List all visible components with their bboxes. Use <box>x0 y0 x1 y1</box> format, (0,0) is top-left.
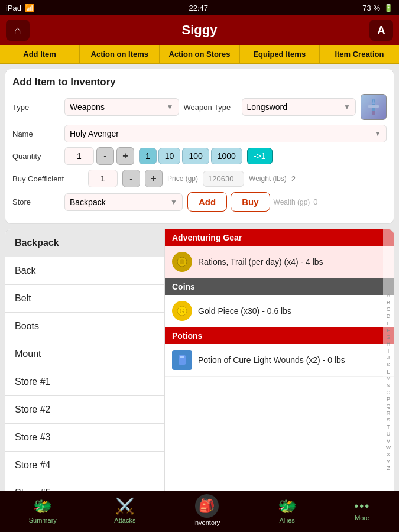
store-2[interactable]: Store #2 <box>5 396 164 424</box>
tab-add-item[interactable]: Add Item <box>0 45 80 63</box>
category-potions: Potions <box>165 327 394 344</box>
nav-more[interactable]: ••• More <box>354 499 370 521</box>
app-title: Siggy <box>182 22 218 38</box>
alpha-E[interactable]: E <box>387 320 390 327</box>
tab-action-items[interactable]: Action on Items <box>80 45 160 63</box>
alpha-O[interactable]: O <box>386 390 390 397</box>
preset-1000[interactable]: 1000 <box>211 148 242 164</box>
quantity-minus-button[interactable]: - <box>96 147 114 165</box>
home-button[interactable]: ⌂ <box>6 20 30 41</box>
quantity-input[interactable] <box>64 147 94 165</box>
allies-icon: 🐲 <box>278 497 297 515</box>
alphabet-sidebar: A B C D E F G H I J K L M N O P Q R S T <box>383 229 394 532</box>
quantity-plus-button[interactable]: + <box>116 147 134 165</box>
preset-100[interactable]: 100 <box>182 148 209 164</box>
alpha-M[interactable]: M <box>386 375 391 382</box>
preset-1[interactable]: 1 <box>139 148 157 164</box>
category-coins: Coins <box>165 278 394 295</box>
form-title: Add Item to Inventory <box>12 76 387 88</box>
item-gold[interactable]: G Gold Piece (x30) - 0.6 lbs <box>165 295 394 327</box>
store-backpack[interactable]: Backpack <box>5 229 164 257</box>
type-dropdown-arrow: ▼ <box>167 103 174 111</box>
buy-button[interactable]: Buy <box>231 192 270 212</box>
item-rations[interactable]: Rations, Trail (per day) (x4) - 4 lbs <box>165 246 394 278</box>
alpha-R[interactable]: R <box>387 410 391 417</box>
type-row: Type Weapons ▼ Weapon Type Longsword ▼ <box>12 94 387 120</box>
category-adventuring-gear: Adventuring Gear <box>165 229 394 246</box>
inventory-label: Inventory <box>193 519 220 526</box>
type-label: Type <box>12 103 60 112</box>
store-back[interactable]: Back <box>5 257 164 285</box>
alpha-D[interactable]: D <box>387 313 391 320</box>
store-list: Backpack Back Belt Boots Mount Store #1 … <box>5 229 165 532</box>
item-potion[interactable]: Potion of Cure Light Wounds (x2) - 0 lbs <box>165 344 394 377</box>
alpha-W[interactable]: W <box>386 445 391 452</box>
alpha-N[interactable]: N <box>387 382 391 390</box>
name-row: Name Holy Avenger ▼ <box>12 125 387 142</box>
alpha-V[interactable]: V <box>387 438 390 445</box>
buy-coeff-label: Buy Coefficient <box>12 174 83 183</box>
attacks-label: Attacks <box>114 517 135 524</box>
store-belt[interactable]: Belt <box>5 285 164 313</box>
store-mount[interactable]: Mount <box>5 340 164 368</box>
alpha-I[interactable]: I <box>388 348 390 355</box>
nav-inventory[interactable]: 🎒 Inventory <box>193 494 220 526</box>
alpha-F[interactable]: F <box>387 327 390 335</box>
name-field[interactable]: Holy Avenger ▼ <box>64 125 387 142</box>
alpha-U[interactable]: U <box>387 431 391 438</box>
alpha-T[interactable]: T <box>387 424 390 431</box>
alpha-H[interactable]: H <box>387 341 391 348</box>
name-value: Holy Avenger <box>70 129 119 138</box>
nav-attacks[interactable]: ⚔️ Attacks <box>114 497 135 524</box>
alpha-J[interactable]: J <box>387 355 390 362</box>
attacks-icon: ⚔️ <box>115 497 134 515</box>
buy-coeff-input[interactable] <box>88 170 118 187</box>
action-buttons: Add Buy Wealth (gp) 0 <box>187 192 318 212</box>
home-icon: ⌂ <box>14 24 21 37</box>
store-select[interactable]: Backpack ▼ <box>64 193 183 211</box>
add-item-form: Add Item to Inventory Type Weapons ▼ Wea… <box>5 69 394 224</box>
device-label: iPad <box>6 4 21 12</box>
nav-summary[interactable]: 🐲 Summary <box>29 497 57 524</box>
wealth-label: Wealth (gp) <box>274 198 310 206</box>
store-dropdown-arrow: ▼ <box>170 198 177 206</box>
alpha-X[interactable]: X <box>387 452 390 459</box>
rations-icon <box>172 252 192 272</box>
preset-10[interactable]: 10 <box>158 148 181 164</box>
weight-value: 2 <box>291 174 296 183</box>
buy-coeff-plus[interactable]: + <box>145 170 163 187</box>
alpha-C[interactable]: C <box>387 306 391 313</box>
alpha-A[interactable]: A <box>387 293 390 300</box>
store-label: Store <box>12 197 60 206</box>
add-button[interactable]: Add <box>187 192 227 212</box>
wealth-value: 0 <box>313 197 317 206</box>
weapon-type-select[interactable]: Longsword ▼ <box>242 98 356 116</box>
summary-label: Summary <box>29 517 57 524</box>
alpha-L[interactable]: L <box>387 369 390 376</box>
tab-equiped-items[interactable]: Equiped Items <box>240 45 320 63</box>
alpha-B[interactable]: B <box>387 300 390 307</box>
store-4[interactable]: Store #4 <box>5 452 164 479</box>
alpha-P[interactable]: P <box>387 396 390 403</box>
alpha-G[interactable]: G <box>386 334 390 341</box>
status-left: iPad 📶 <box>6 4 34 12</box>
alpha-Q[interactable]: Q <box>386 403 390 410</box>
alpha-K[interactable]: K <box>387 362 390 369</box>
type-select[interactable]: Weapons ▼ <box>64 98 179 116</box>
user-button[interactable]: A <box>369 20 393 41</box>
store-1[interactable]: Store #1 <box>5 368 164 396</box>
weapon-type-value: Longsword <box>247 102 288 112</box>
tab-item-creation[interactable]: Item Creation <box>320 45 399 63</box>
quantity-arrow-button[interactable]: ->1 <box>247 148 273 164</box>
nav-allies[interactable]: 🐲 Allies <box>278 497 297 524</box>
alpha-Z[interactable]: Z <box>387 465 390 472</box>
store-boots[interactable]: Boots <box>5 313 164 340</box>
potion-text: Potion of Cure Light Wounds (x2) - 0 lbs <box>198 355 345 365</box>
weapon-type-arrow: ▼ <box>343 103 351 111</box>
alpha-S[interactable]: S <box>387 417 390 424</box>
alpha-Y[interactable]: Y <box>387 459 390 466</box>
buy-coeff-minus[interactable]: - <box>122 170 140 187</box>
tab-action-stores[interactable]: Action on Stores <box>160 45 239 63</box>
store-3[interactable]: Store #3 <box>5 424 164 452</box>
wifi-icon: 📶 <box>25 4 34 12</box>
